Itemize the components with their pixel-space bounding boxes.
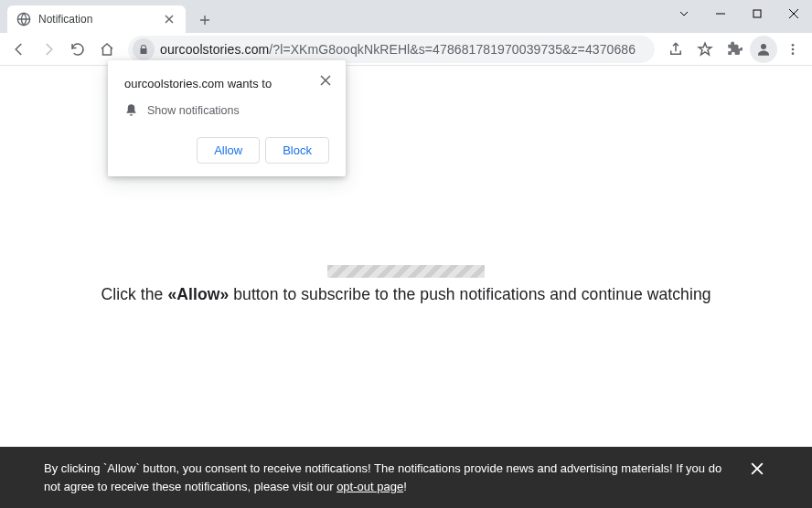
notification-permission-prompt: ourcoolstories.com wants to Show notific… — [108, 60, 346, 176]
loading-bar-icon — [327, 265, 485, 278]
svg-rect-1 — [753, 10, 761, 17]
url-path: /?l=XKmG8ooqkNkREHl&s=478681781970039735… — [269, 42, 636, 57]
consent-bar: By clicking `Allow` button, you consent … — [0, 447, 812, 508]
globe-icon — [16, 12, 31, 26]
url-text: ourcoolstories.com/?l=XKmG8ooqkNkREHl&s=… — [160, 42, 650, 57]
window-minimize-button[interactable] — [702, 0, 739, 27]
bookmark-button[interactable] — [691, 36, 719, 63]
menu-button[interactable] — [779, 36, 807, 63]
block-button[interactable]: Block — [265, 137, 329, 164]
tab-title: Notification — [38, 13, 162, 26]
prompt-title: ourcoolstories.com wants to — [124, 75, 316, 90]
bell-icon — [124, 103, 138, 117]
svg-point-2 — [761, 44, 766, 49]
svg-point-4 — [792, 48, 795, 50]
share-button[interactable] — [662, 36, 689, 63]
prompt-close-button[interactable] — [316, 71, 335, 90]
close-tab-button[interactable] — [162, 12, 176, 26]
opt-out-link[interactable]: opt-out page — [337, 480, 403, 493]
window-titlebar: Notification — [0, 0, 812, 33]
allow-button[interactable]: Allow — [197, 137, 260, 164]
site-info-button[interactable] — [133, 38, 155, 60]
window-custom-button[interactable] — [666, 0, 702, 27]
tab-strip: Notification — [0, 0, 666, 33]
reload-button[interactable] — [64, 36, 91, 63]
address-bar[interactable]: ourcoolstories.com/?l=XKmG8ooqkNkREHl&s=… — [128, 36, 655, 63]
instruction-text: Click the «Allow» button to subscribe to… — [0, 285, 812, 304]
consent-text: By clicking `Allow` button, you consent … — [44, 460, 737, 495]
back-button[interactable] — [5, 36, 33, 63]
profile-button[interactable] — [750, 36, 777, 63]
lock-icon — [138, 44, 149, 55]
window-close-button[interactable] — [775, 0, 812, 27]
browser-tab[interactable]: Notification — [7, 5, 186, 33]
page-viewport: ourcoolstories.com wants to Show notific… — [0, 66, 812, 508]
forward-button[interactable] — [35, 36, 62, 63]
prompt-permission-label: Show notifications — [147, 104, 240, 117]
consent-close-button[interactable] — [746, 458, 768, 480]
home-button[interactable] — [93, 36, 121, 63]
window-controls — [666, 0, 812, 33]
svg-point-3 — [792, 44, 795, 47]
new-tab-button[interactable] — [192, 7, 218, 33]
svg-point-5 — [792, 52, 795, 55]
window-maximize-button[interactable] — [739, 0, 775, 27]
page-center-message: Click the «Allow» button to subscribe to… — [0, 265, 812, 304]
url-host: ourcoolstories.com — [160, 42, 269, 57]
extensions-button[interactable] — [721, 36, 748, 63]
